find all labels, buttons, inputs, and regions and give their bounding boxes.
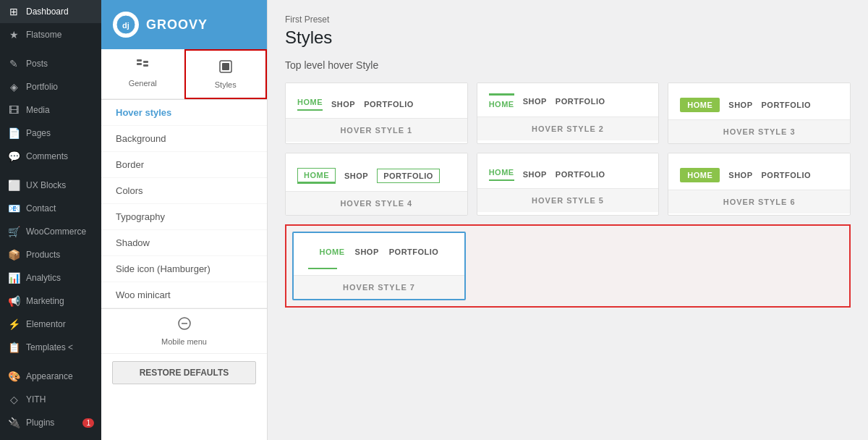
style-card-1[interactable]: HOME ShOP PORTFOLIO HOVER STYLE 1: [285, 82, 468, 144]
style6-home: HOME: [680, 168, 720, 182]
media-icon: 🎞: [7, 103, 20, 117]
pages-icon: 📄: [7, 127, 20, 140]
sidebar-item-yith[interactable]: ◇ YITH: [0, 388, 101, 411]
sidebar-item-plugins[interactable]: 🔌 Plugins 1: [0, 411, 101, 434]
comments-icon: 💬: [7, 150, 20, 163]
style-card-7[interactable]: HoME ShOP PORTFOLIO HOVER STYLE 7: [292, 232, 466, 300]
sidebar-item-label: Pages: [26, 128, 94, 138]
sidebar-item-label: Posts: [26, 59, 94, 69]
woocommerce-icon: 🛒: [7, 225, 20, 238]
sidebar-item-label: UX Blocks: [26, 180, 94, 190]
flatsome-icon: ★: [7, 28, 20, 41]
sidebar-item-portfolio[interactable]: ◈ Portfolio: [0, 75, 101, 98]
plugin-nav-styles[interactable]: Styles: [184, 49, 268, 99]
plugin-sub-background[interactable]: Background: [101, 126, 267, 152]
sidebar-item-label: Products: [26, 250, 94, 260]
plugin-sub-hover-styles[interactable]: Hover styles: [101, 100, 267, 126]
style6-label: HOVER STYLE 6: [668, 190, 850, 213]
svg-rect-3: [137, 63, 142, 65]
style7-nav-items: HoME ShOP PORTFOLIO: [320, 248, 439, 256]
style5-home: HOME: [489, 168, 514, 181]
sidebar-item-label: Plugins: [26, 418, 77, 428]
preset-label: First Preset: [285, 14, 851, 25]
style5-shop: SHOP: [523, 170, 547, 179]
dashboard-icon: ⊞: [7, 5, 20, 18]
sidebar-item-label: Comments: [26, 151, 94, 161]
plugin-nav-grid: General Styles: [101, 49, 267, 100]
style-card-2[interactable]: HOME ShOP PORTFOLIO HOVER STYLE 2: [477, 82, 660, 144]
sidebar-item-media[interactable]: 🎞 Media: [0, 98, 101, 122]
sidebar-item-dashboard[interactable]: ⊞ Dashboard: [0, 0, 101, 23]
sidebar-item-contact[interactable]: 📧 Contact: [0, 197, 101, 220]
style7-shop: ShOP: [355, 248, 379, 256]
templates-icon: 📋: [7, 341, 20, 354]
plugin-sub-side-icon[interactable]: Side icon (Hamburger): [101, 256, 267, 282]
sidebar-item-flatsome[interactable]: ★ Flatsome: [0, 23, 101, 46]
sidebar-item-label: Marketing: [26, 296, 94, 306]
style-card-6[interactable]: HOME SHOP PORTFOLIO HOVER STYLE 6: [668, 153, 851, 216]
style-card-3[interactable]: HOME SHOP PORTFOLIO HOVER STYLE 3: [668, 82, 851, 144]
sidebar-item-ux-blocks[interactable]: ⬜ UX Blocks: [0, 174, 101, 197]
style-card-5-nav: HOME SHOP PORTFOLIO: [477, 153, 659, 188]
style7-portfolio: PORTFOLIO: [389, 248, 439, 256]
products-icon: 📦: [7, 248, 20, 261]
sidebar-item-label: Templates <: [26, 342, 94, 352]
style2-shop: ShOP: [523, 97, 547, 106]
style6-shop: SHOP: [728, 171, 752, 179]
sidebar-item-label: WooCommerce: [26, 227, 94, 237]
sidebar-item-templates[interactable]: 📋 Templates <: [0, 336, 101, 359]
posts-icon: ✎: [7, 57, 20, 70]
style4-home: HOME: [297, 168, 336, 184]
plugins-badge: 1: [82, 418, 94, 428]
sidebar-item-label: Dashboard: [26, 7, 94, 17]
svg-rect-2: [137, 59, 142, 62]
style-grid-row1: HOME ShOP PORTFOLIO HOVER STYLE 1 HOME S…: [285, 82, 851, 144]
mobile-menu-icon: [177, 316, 192, 334]
yith-icon: ◇: [7, 393, 20, 406]
style-grid-row2: HOME SHOP PORTFOLIO HOVER STYLE 4 HOME S…: [285, 153, 851, 216]
elementor-icon: ⚡: [7, 318, 20, 331]
sidebar-item-pages[interactable]: 📄 Pages: [0, 122, 101, 145]
wp-admin-sidebar: ⊞ Dashboard ★ Flatsome ✎ Posts ◈ Portfol…: [0, 0, 101, 440]
sidebar-item-marketing[interactable]: 📢 Marketing: [0, 289, 101, 313]
plugin-sub-woo-minicart[interactable]: Woo minicart: [101, 282, 267, 308]
sidebar-item-users[interactable]: 👤 Users: [0, 434, 101, 440]
style7-underline: [308, 268, 337, 269]
style1-shop: ShOP: [331, 100, 355, 109]
sidebar-item-appearance[interactable]: 🎨 Appearance: [0, 365, 101, 388]
sidebar-item-woocommerce[interactable]: 🛒 WooCommerce: [0, 220, 101, 243]
style7-label: HOVER STYLE 7: [294, 275, 464, 299]
sidebar-item-products[interactable]: 📦 Products: [0, 243, 101, 266]
style-card-4[interactable]: HOME SHOP PORTFOLIO HOVER STYLE 4: [285, 153, 468, 216]
style2-label: HOVER STYLE 2: [477, 117, 659, 140]
sidebar-item-comments[interactable]: 💬 Comments: [0, 145, 101, 168]
sidebar-item-label: Appearance: [26, 371, 94, 381]
plugin-sub-border[interactable]: Border: [101, 152, 267, 178]
sidebar-item-posts[interactable]: ✎ Posts: [0, 52, 101, 75]
general-icon: [135, 58, 150, 76]
plugin-sub-colors[interactable]: Colors: [101, 178, 267, 204]
plugin-nav-mobile-menu[interactable]: Mobile menu: [101, 308, 267, 354]
sidebar-item-label: Elementor: [26, 319, 94, 329]
plugin-nav-general[interactable]: General: [101, 49, 184, 99]
style4-portfolio: PORTFOLIO: [377, 169, 440, 183]
style4-label: HOVER STYLE 4: [286, 191, 467, 215]
sidebar-item-elementor[interactable]: ⚡ Elementor: [0, 313, 101, 336]
sidebar-item-analytics[interactable]: 📊 Analytics: [0, 266, 101, 289]
sidebar-item-label: Flatsome: [26, 30, 94, 40]
appearance-icon: 🎨: [7, 370, 20, 383]
restore-defaults-button[interactable]: RESTORE DEFAULTS: [112, 361, 256, 384]
svg-rect-7: [222, 63, 229, 70]
general-label: General: [129, 79, 157, 88]
style-card-7-nav: HoME ShOP PORTFOLIO: [294, 233, 464, 275]
plugin-sub-shadow[interactable]: Shadow: [101, 230, 267, 256]
portfolio-icon: ◈: [7, 80, 20, 93]
plugins-icon: 🔌: [7, 416, 20, 429]
ux-blocks-icon: ⬜: [7, 179, 20, 192]
style-card-5[interactable]: HOME SHOP PORTFOLIO HOVER STYLE 5: [477, 153, 660, 216]
style3-home: HOME: [680, 98, 720, 112]
sidebar-item-label: Analytics: [26, 273, 94, 283]
style3-shop: SHOP: [728, 101, 752, 109]
plugin-sub-typography[interactable]: Typography: [101, 204, 267, 230]
svg-text:dj: dj: [122, 21, 129, 30]
